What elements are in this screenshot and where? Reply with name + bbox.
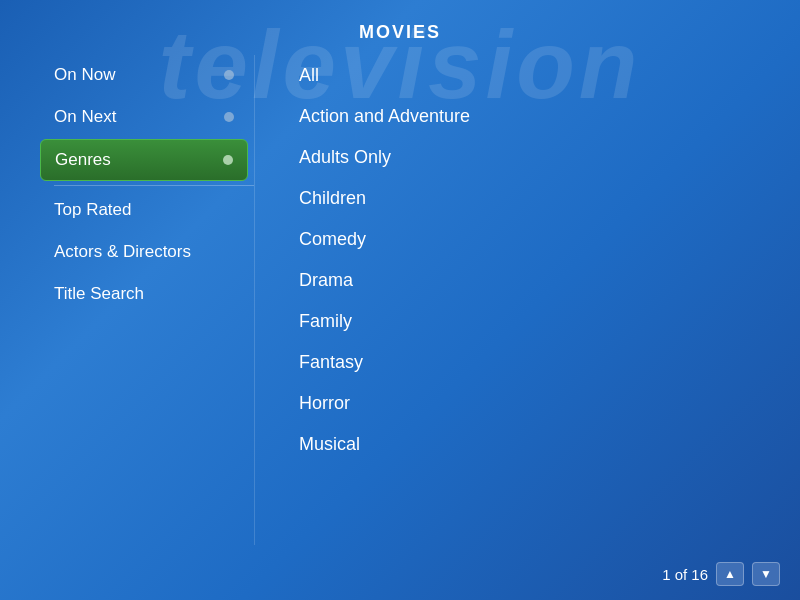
genre-item-fantasy[interactable]: Fantasy (285, 342, 800, 383)
sidebar-dot-icon (224, 70, 234, 80)
sidebar-item-on-now[interactable]: On Now (40, 55, 248, 95)
sidebar-item-label: On Next (54, 107, 224, 127)
sidebar-item-top-rated[interactable]: Top Rated (40, 190, 248, 230)
sidebar-divider (54, 185, 254, 186)
genre-item-adults-only[interactable]: Adults Only (285, 137, 800, 178)
main-layout: On NowOn NextGenresTop RatedActors & Dir… (0, 55, 800, 545)
sidebar-dot-icon (223, 155, 233, 165)
genre-item-horror[interactable]: Horror (285, 383, 800, 424)
genre-item-all[interactable]: All (285, 55, 800, 96)
genre-item-drama[interactable]: Drama (285, 260, 800, 301)
genre-item-musical[interactable]: Musical (285, 424, 800, 465)
sidebar-item-label: Actors & Directors (54, 242, 234, 262)
header: MOVIES (0, 0, 800, 55)
content-panel: AllAction and AdventureAdults OnlyChildr… (254, 55, 800, 545)
genre-item-action-and-adventure[interactable]: Action and Adventure (285, 96, 800, 137)
sidebar-item-genres[interactable]: Genres (40, 139, 248, 181)
sidebar: On NowOn NextGenresTop RatedActors & Dir… (0, 55, 248, 545)
genre-item-family[interactable]: Family (285, 301, 800, 342)
sidebar-item-label: Title Search (54, 284, 234, 304)
page-title: MOVIES (359, 22, 441, 42)
scroll-up-button[interactable]: ▲ (716, 562, 744, 586)
scroll-down-button[interactable]: ▼ (752, 562, 780, 586)
sidebar-item-title-search[interactable]: Title Search (40, 274, 248, 314)
page-info: 1 of 16 (662, 566, 708, 583)
sidebar-dot-icon (224, 112, 234, 122)
sidebar-item-label: On Now (54, 65, 224, 85)
sidebar-item-label: Genres (55, 150, 223, 170)
sidebar-item-label: Top Rated (54, 200, 234, 220)
genre-item-comedy[interactable]: Comedy (285, 219, 800, 260)
sidebar-item-actors-and-directors[interactable]: Actors & Directors (40, 232, 248, 272)
genre-item-children[interactable]: Children (285, 178, 800, 219)
footer: 1 of 16 ▲ ▼ (662, 562, 780, 586)
sidebar-item-on-next[interactable]: On Next (40, 97, 248, 137)
